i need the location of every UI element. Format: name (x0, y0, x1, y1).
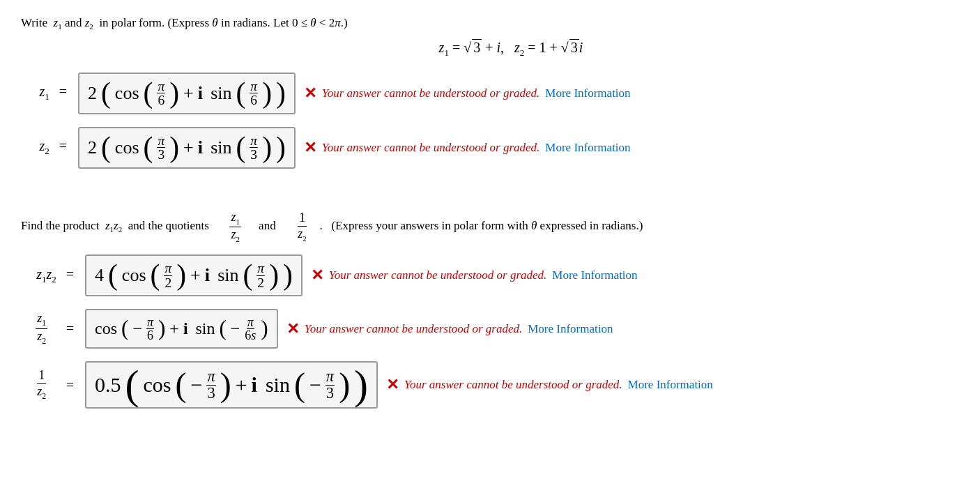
q1-feedback: ✕ Your answer cannot be understood or gr… (286, 320, 613, 338)
z1z2-answer-box[interactable]: 4(cos(π2) + i sin(π2)) (85, 254, 303, 296)
problem-statement: Write z1 and z2 in polar form. (Express … (21, 14, 959, 33)
q1-more-info[interactable]: More Information (528, 322, 613, 336)
z1-more-info[interactable]: More Information (545, 86, 630, 100)
z2-answer-box[interactable]: 2(cos(π3) + i sin(π3)) (78, 127, 296, 169)
z1-row: z1 = 2(cos(π6) + i sin(π6)) ✕ Your answe… (21, 73, 959, 114)
z2-error-msg: Your answer cannot be understood or grad… (322, 141, 539, 155)
q1-answer-box[interactable]: cos(−π6) + i sin(−π6s) (85, 309, 278, 349)
z1-x-mark: ✕ (304, 84, 316, 102)
z1-label: z1 = (21, 84, 70, 102)
z1z2-error-msg: Your answer cannot be understood or grad… (329, 268, 546, 282)
q2-row: 1z2 = 0.5(cos(−π3) + i sin(−π3)) ✕ Your … (21, 361, 959, 409)
q1-row: z1z2 = cos(−π6) + i sin(−π6s) ✕ Your ans… (21, 309, 959, 349)
z1z2-row: z1z2 = 4(cos(π2) + i sin(π2)) ✕ Your ans… (21, 254, 959, 296)
q2-answer-box[interactable]: 0.5(cos(−π3) + i sin(−π3)) (85, 361, 378, 409)
z1-feedback: ✕ Your answer cannot be understood or gr… (304, 84, 631, 102)
z2-label: z2 = (21, 138, 70, 157)
q2-more-info[interactable]: More Information (628, 378, 713, 392)
z2-x-mark: ✕ (304, 139, 316, 157)
z1-answer-box[interactable]: 2(cos(π6) + i sin(π6)) (78, 73, 296, 114)
q1-label: z1z2 = (21, 311, 77, 346)
q2-error-msg: Your answer cannot be understood or grad… (404, 378, 622, 392)
z2-feedback: ✕ Your answer cannot be understood or gr… (304, 139, 631, 157)
given-values: z1 = 3 + i, z2 = 1 + 3i (63, 40, 959, 59)
q2-x-mark: ✕ (386, 376, 399, 394)
z1z2-x-mark: ✕ (311, 266, 323, 284)
z1z2-more-info[interactable]: More Information (552, 268, 637, 282)
z1z2-feedback: ✕ Your answer cannot be understood or gr… (311, 266, 638, 284)
q1-error-msg: Your answer cannot be understood or grad… (305, 322, 522, 336)
z1-error-msg: Your answer cannot be understood or grad… (322, 86, 539, 100)
z1z2-label: z1z2 = (21, 266, 77, 285)
z2-row: z2 = 2(cos(π3) + i sin(π3)) ✕ Your answe… (21, 127, 959, 169)
q1-x-mark: ✕ (286, 320, 299, 338)
q2-feedback: ✕ Your answer cannot be understood or gr… (386, 376, 713, 394)
mid-section: Find the product z1z2 and the quotients … (21, 210, 959, 243)
q2-label: 1z2 = (21, 368, 77, 401)
z2-more-info[interactable]: More Information (545, 141, 630, 155)
